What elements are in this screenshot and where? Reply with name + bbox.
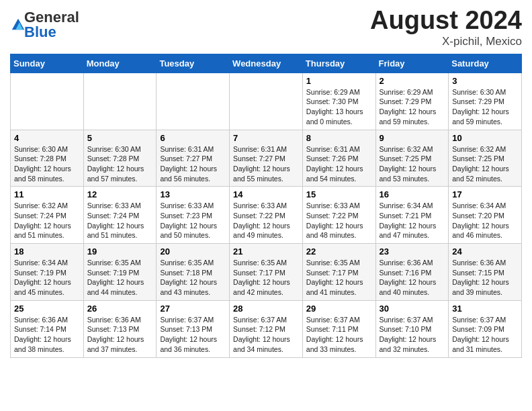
calendar-cell: 22Sunrise: 6:35 AM Sunset: 7:17 PM Dayli… xyxy=(302,244,375,301)
calendar-cell: 17Sunrise: 6:34 AM Sunset: 7:20 PM Dayli… xyxy=(449,187,522,244)
page-header: General Blue August 2024 X-pichil, Mexic… xyxy=(10,7,522,48)
day-info: Sunrise: 6:30 AM Sunset: 7:28 PM Dayligh… xyxy=(87,144,153,184)
day-number: 30 xyxy=(380,304,445,314)
calendar-week-row: 11Sunrise: 6:32 AM Sunset: 7:24 PM Dayli… xyxy=(11,187,522,244)
day-number: 22 xyxy=(306,246,372,257)
title-block: August 2024 X-pichil, Mexico xyxy=(370,7,522,48)
calendar-cell: 18Sunrise: 6:34 AM Sunset: 7:19 PM Dayli… xyxy=(11,244,84,301)
day-info: Sunrise: 6:35 AM Sunset: 7:18 PM Dayligh… xyxy=(160,258,226,298)
calendar-cell: 21Sunrise: 6:35 AM Sunset: 7:17 PM Dayli… xyxy=(230,244,303,301)
day-info: Sunrise: 6:37 AM Sunset: 7:09 PM Dayligh… xyxy=(452,315,518,355)
day-number: 25 xyxy=(14,304,80,314)
day-info: Sunrise: 6:30 AM Sunset: 7:29 PM Dayligh… xyxy=(452,87,518,127)
calendar-week-row: 25Sunrise: 6:36 AM Sunset: 7:14 PM Dayli… xyxy=(11,300,522,357)
weekday-header-thursday: Thursday xyxy=(302,54,375,73)
calendar-cell: 11Sunrise: 6:32 AM Sunset: 7:24 PM Dayli… xyxy=(11,187,84,244)
calendar-cell xyxy=(230,73,303,130)
day-info: Sunrise: 6:34 AM Sunset: 7:19 PM Dayligh… xyxy=(14,258,80,298)
day-info: Sunrise: 6:31 AM Sunset: 7:26 PM Dayligh… xyxy=(306,144,372,184)
day-info: Sunrise: 6:35 AM Sunset: 7:17 PM Dayligh… xyxy=(233,258,299,298)
calendar-cell: 6Sunrise: 6:31 AM Sunset: 7:27 PM Daylig… xyxy=(157,130,230,187)
day-info: Sunrise: 6:35 AM Sunset: 7:17 PM Dayligh… xyxy=(306,258,372,298)
calendar-week-row: 18Sunrise: 6:34 AM Sunset: 7:19 PM Dayli… xyxy=(11,244,522,301)
weekday-header-row: SundayMondayTuesdayWednesdayThursdayFrid… xyxy=(11,54,522,73)
day-info: Sunrise: 6:29 AM Sunset: 7:30 PM Dayligh… xyxy=(306,87,372,127)
logo: General Blue xyxy=(10,10,79,40)
day-info: Sunrise: 6:36 AM Sunset: 7:13 PM Dayligh… xyxy=(87,315,153,355)
day-info: Sunrise: 6:30 AM Sunset: 7:28 PM Dayligh… xyxy=(14,144,80,184)
calendar-cell: 25Sunrise: 6:36 AM Sunset: 7:14 PM Dayli… xyxy=(11,300,84,357)
logo-blue-text: Blue xyxy=(24,24,56,40)
day-info: Sunrise: 6:34 AM Sunset: 7:21 PM Dayligh… xyxy=(380,201,445,240)
day-info: Sunrise: 6:29 AM Sunset: 7:29 PM Dayligh… xyxy=(380,87,445,127)
day-info: Sunrise: 6:37 AM Sunset: 7:13 PM Dayligh… xyxy=(160,315,226,355)
calendar-cell: 23Sunrise: 6:36 AM Sunset: 7:16 PM Dayli… xyxy=(375,244,449,301)
day-number: 20 xyxy=(160,246,226,257)
month-year-title: August 2024 xyxy=(370,7,522,35)
day-info: Sunrise: 6:36 AM Sunset: 7:16 PM Dayligh… xyxy=(380,258,445,298)
day-number: 1 xyxy=(306,76,372,86)
calendar-cell: 20Sunrise: 6:35 AM Sunset: 7:18 PM Dayli… xyxy=(157,244,230,301)
day-info: Sunrise: 6:36 AM Sunset: 7:14 PM Dayligh… xyxy=(14,315,80,355)
day-info: Sunrise: 6:36 AM Sunset: 7:15 PM Dayligh… xyxy=(452,258,518,298)
calendar-table: SundayMondayTuesdayWednesdayThursdayFrid… xyxy=(10,54,522,358)
logo-icon xyxy=(11,17,26,32)
calendar-cell: 3Sunrise: 6:30 AM Sunset: 7:29 PM Daylig… xyxy=(449,73,522,130)
day-info: Sunrise: 6:33 AM Sunset: 7:24 PM Dayligh… xyxy=(87,201,153,240)
day-number: 5 xyxy=(87,133,153,143)
day-number: 12 xyxy=(87,189,153,199)
day-number: 19 xyxy=(87,246,153,257)
day-info: Sunrise: 6:35 AM Sunset: 7:19 PM Dayligh… xyxy=(87,258,153,298)
weekday-header-wednesday: Wednesday xyxy=(230,54,303,73)
calendar-cell: 16Sunrise: 6:34 AM Sunset: 7:21 PM Dayli… xyxy=(375,187,449,244)
calendar-cell xyxy=(83,73,157,130)
day-number: 3 xyxy=(452,76,518,86)
day-number: 17 xyxy=(452,189,518,199)
day-info: Sunrise: 6:34 AM Sunset: 7:20 PM Dayligh… xyxy=(452,201,518,240)
weekday-header-monday: Monday xyxy=(83,54,157,73)
day-info: Sunrise: 6:32 AM Sunset: 7:25 PM Dayligh… xyxy=(452,144,518,184)
calendar-cell: 28Sunrise: 6:37 AM Sunset: 7:12 PM Dayli… xyxy=(230,300,303,357)
day-number: 31 xyxy=(452,304,518,314)
calendar-cell: 13Sunrise: 6:33 AM Sunset: 7:23 PM Dayli… xyxy=(157,187,230,244)
day-info: Sunrise: 6:37 AM Sunset: 7:10 PM Dayligh… xyxy=(380,315,445,355)
day-number: 18 xyxy=(14,246,80,257)
calendar-cell xyxy=(11,73,84,130)
calendar-cell: 12Sunrise: 6:33 AM Sunset: 7:24 PM Dayli… xyxy=(83,187,157,244)
day-info: Sunrise: 6:32 AM Sunset: 7:24 PM Dayligh… xyxy=(14,201,80,240)
day-info: Sunrise: 6:31 AM Sunset: 7:27 PM Dayligh… xyxy=(233,144,299,184)
day-number: 14 xyxy=(233,189,299,199)
day-number: 21 xyxy=(233,246,299,257)
calendar-cell: 26Sunrise: 6:36 AM Sunset: 7:13 PM Dayli… xyxy=(83,300,157,357)
day-number: 7 xyxy=(233,133,299,143)
calendar-cell: 8Sunrise: 6:31 AM Sunset: 7:26 PM Daylig… xyxy=(302,130,375,187)
day-info: Sunrise: 6:33 AM Sunset: 7:22 PM Dayligh… xyxy=(233,201,299,240)
calendar-cell: 27Sunrise: 6:37 AM Sunset: 7:13 PM Dayli… xyxy=(157,300,230,357)
day-info: Sunrise: 6:31 AM Sunset: 7:27 PM Dayligh… xyxy=(160,144,226,184)
day-number: 29 xyxy=(306,304,372,314)
calendar-cell: 29Sunrise: 6:37 AM Sunset: 7:11 PM Dayli… xyxy=(302,300,375,357)
location-subtitle: X-pichil, Mexico xyxy=(370,35,522,48)
day-number: 16 xyxy=(380,189,445,199)
day-number: 23 xyxy=(380,246,445,257)
day-number: 28 xyxy=(233,304,299,314)
day-number: 8 xyxy=(306,133,372,143)
calendar-cell: 14Sunrise: 6:33 AM Sunset: 7:22 PM Dayli… xyxy=(230,187,303,244)
day-number: 13 xyxy=(160,189,226,199)
day-info: Sunrise: 6:33 AM Sunset: 7:22 PM Dayligh… xyxy=(306,201,372,240)
calendar-cell: 10Sunrise: 6:32 AM Sunset: 7:25 PM Dayli… xyxy=(449,130,522,187)
calendar-cell: 9Sunrise: 6:32 AM Sunset: 7:25 PM Daylig… xyxy=(375,130,449,187)
calendar-cell: 5Sunrise: 6:30 AM Sunset: 7:28 PM Daylig… xyxy=(83,130,157,187)
weekday-header-tuesday: Tuesday xyxy=(157,54,230,73)
weekday-header-friday: Friday xyxy=(375,54,449,73)
calendar-cell: 19Sunrise: 6:35 AM Sunset: 7:19 PM Dayli… xyxy=(83,244,157,301)
day-number: 10 xyxy=(452,133,518,143)
day-number: 2 xyxy=(380,76,445,86)
calendar-cell: 24Sunrise: 6:36 AM Sunset: 7:15 PM Dayli… xyxy=(449,244,522,301)
calendar-cell: 30Sunrise: 6:37 AM Sunset: 7:10 PM Dayli… xyxy=(375,300,449,357)
calendar-week-row: 4Sunrise: 6:30 AM Sunset: 7:28 PM Daylig… xyxy=(11,130,522,187)
weekday-header-sunday: Sunday xyxy=(11,54,84,73)
calendar-cell: 31Sunrise: 6:37 AM Sunset: 7:09 PM Dayli… xyxy=(449,300,522,357)
calendar-cell: 15Sunrise: 6:33 AM Sunset: 7:22 PM Dayli… xyxy=(302,187,375,244)
day-info: Sunrise: 6:37 AM Sunset: 7:12 PM Dayligh… xyxy=(233,315,299,355)
